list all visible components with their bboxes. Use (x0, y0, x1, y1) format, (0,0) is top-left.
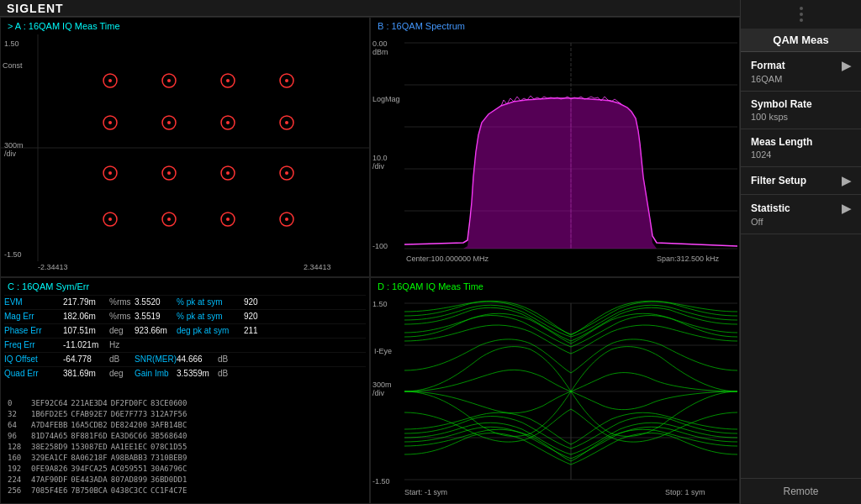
quad-a-title: > A : 16QAM IQ Meas Time (8, 21, 120, 31)
svg-point-24 (285, 121, 288, 124)
menu-label-filter-setup: Filter Setup (751, 175, 806, 186)
svg-text:LogMag: LogMag (372, 95, 400, 103)
svg-text:Const: Const (3, 61, 23, 70)
svg-text:/div: /div (372, 389, 385, 397)
quad-d-title: D : 16QAM IQ Meas Time (378, 281, 483, 291)
right-panel: QAM Meas Format ▶ 16QAM Symbol Rate 100 … (740, 0, 861, 504)
svg-text:/div: /div (372, 162, 385, 171)
siglent-logo: SIGLENT (7, 2, 64, 15)
svg-text:/div: /div (4, 150, 17, 158)
menu-label-statistic: Statistic (751, 202, 790, 214)
svg-point-26 (108, 171, 112, 175)
filter-setup-arrow: ▶ (842, 174, 851, 187)
svg-point-38 (226, 218, 230, 221)
format-arrow: ▶ (842, 59, 851, 72)
svg-text:-1.50: -1.50 (4, 250, 22, 259)
svg-text:-1.50: -1.50 (372, 477, 390, 486)
stat-val-evm: 217.79m (63, 297, 109, 308)
quad-c-title: C : 16QAM Sym/Err (8, 281, 89, 291)
svg-point-40 (285, 218, 288, 221)
quadrant-a: > A : 16QAM IQ Meas Time 1.50 300m /div … (0, 17, 370, 277)
svg-point-12 (167, 79, 171, 82)
svg-text:300m: 300m (4, 141, 24, 150)
svg-point-30 (226, 171, 230, 175)
svg-point-22 (226, 121, 230, 124)
svg-point-20 (167, 121, 171, 124)
svg-text:I-Eye: I-Eye (374, 347, 392, 355)
remote-label: Remote (741, 478, 861, 504)
menu-item-symbol-rate[interactable]: Symbol Rate 100 ksps (741, 92, 861, 129)
menu-item-statistic[interactable]: Statistic ▶ Off (741, 195, 861, 234)
svg-text:Stop: 1 sym: Stop: 1 sym (665, 488, 705, 496)
svg-point-34 (108, 218, 112, 221)
quadrant-d: D : 16QAM IQ Meas Time 1.50 300m /div -1… (370, 277, 740, 504)
svg-text:2.34413: 2.34413 (304, 263, 331, 271)
svg-point-16 (285, 79, 288, 82)
svg-text:Start: -1 sym: Start: -1 sym (404, 488, 447, 496)
quad-b-title: B : 16QAM Spectrum (378, 21, 465, 31)
menu-label-format: Format (751, 60, 785, 71)
svg-point-18 (108, 121, 112, 124)
stats-table: EVM 217.79m %rms 3.5520 % pk at sym 920 … (4, 295, 366, 500)
svg-text:-100: -100 (372, 242, 388, 250)
svg-text:300m: 300m (372, 381, 392, 389)
svg-text:Center:100.000000 MHz: Center:100.000000 MHz (406, 255, 489, 263)
svg-point-14 (226, 79, 230, 82)
symbol-rate-value: 100 ksps (751, 112, 851, 122)
svg-text:1.50: 1.50 (4, 39, 19, 48)
svg-point-28 (167, 171, 171, 175)
svg-text:-2.34413: -2.34413 (38, 263, 68, 271)
svg-text:Span:312.500 kHz: Span:312.500 kHz (657, 255, 720, 263)
dots-menu (741, 0, 861, 29)
menu-label-symbol-rate: Symbol Rate (751, 98, 812, 110)
menu-item-meas-length[interactable]: Meas Length 1024 (741, 129, 861, 167)
svg-text:1.50: 1.50 (372, 300, 388, 308)
svg-text:0.00: 0.00 (372, 39, 388, 48)
statistic-value: Off (751, 217, 851, 227)
quadrant-b: B : 16QAM Spectrum 0.00 dBm LogMag 10.0 … (370, 17, 740, 277)
menu-item-format[interactable]: Format ▶ 16QAM (741, 52, 861, 92)
stat-label-evm: EVM (4, 297, 63, 308)
menu-item-filter-setup[interactable]: Filter Setup ▶ (741, 167, 861, 195)
quadrant-c: C : 16QAM Sym/Err EVM 217.79m %rms 3.552… (0, 277, 370, 504)
svg-point-10 (108, 79, 112, 82)
svg-text:10.0: 10.0 (372, 154, 388, 162)
format-value: 16QAM (751, 74, 851, 84)
menu-label-meas-length: Meas Length (751, 136, 812, 148)
svg-text:dBm: dBm (372, 48, 388, 56)
svg-point-32 (285, 171, 288, 175)
hex-table: 03EF92C64221AE3D4DF2FD0FC83CE0600 321B6F… (8, 398, 362, 496)
statistic-arrow: ▶ (842, 202, 851, 215)
qam-meas-header: QAM Meas (741, 29, 861, 52)
meas-length-value: 1024 (751, 150, 851, 160)
svg-point-36 (167, 218, 171, 221)
